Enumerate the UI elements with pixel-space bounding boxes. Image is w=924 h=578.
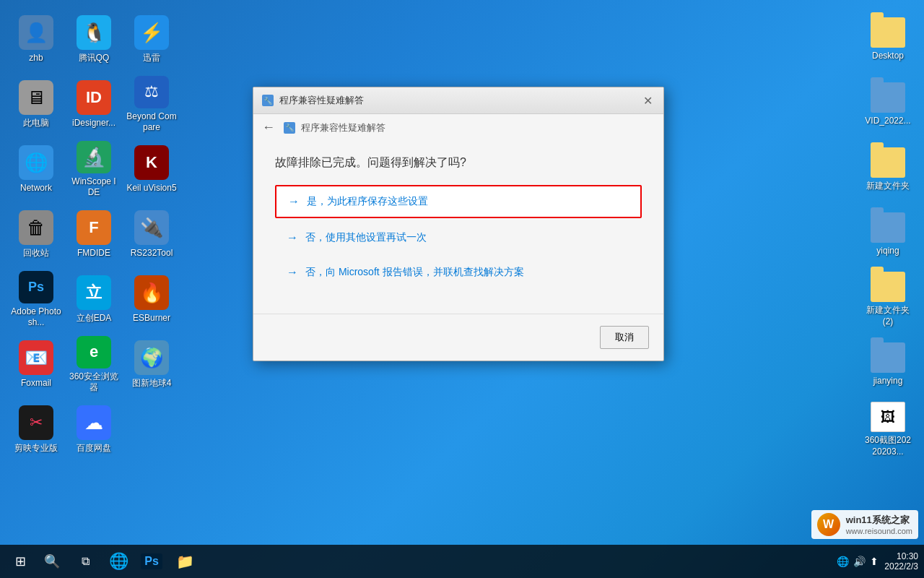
desktop-icon-xunlei[interactable]: ⚡ 迅雷 <box>123 7 180 72</box>
desktop-icon-keil[interactable]: K Keil uVision5 <box>123 137 180 202</box>
ps-taskbar-icon: Ps <box>141 553 162 569</box>
option-no-retry-label: 否，使用其他设置再试一次 <box>305 231 427 244</box>
option-no-retry[interactable]: → 否，使用其他设置再试一次 <box>275 223 642 253</box>
folder-vid-icon <box>871 82 905 113</box>
rs232-icon: 🔌 <box>134 210 169 245</box>
chrome-icon: 🌐 <box>109 552 128 571</box>
rs232-label: RS232Tool <box>131 248 173 259</box>
desktop-folder-label: Desktop <box>872 51 904 62</box>
taskbar-app-chrome[interactable]: 🌐 <box>103 547 134 576</box>
screenshot-label: 360截图20220203... <box>863 435 913 457</box>
taskbar-app-ps[interactable]: Ps <box>136 547 167 576</box>
taskbar-app-taskview[interactable]: ⧉ <box>69 547 101 576</box>
network-label: Network <box>20 183 52 194</box>
idesigner-label: iDesigner... <box>72 118 116 129</box>
jianying-r-label: jianying <box>873 376 903 387</box>
desktop-icon-winscope[interactable]: 🔬 WinScope IDE <box>65 137 123 202</box>
desktop-icon-rs232[interactable]: 🔌 RS232Tool <box>123 202 180 267</box>
dialog-titlebar-left: 🔧 程序兼容性疑难解答 <box>262 94 364 107</box>
360browser-icon: e <box>77 336 111 368</box>
foxmail-label: Foxmail <box>21 378 51 389</box>
desktop-icon-baidupan[interactable]: ☁ 百度网盘 <box>65 397 123 462</box>
desktop-icon-360browser[interactable]: e 360安全浏览器 <box>65 332 123 397</box>
desktop-icon-screenshot[interactable]: 🖼 360截图20220203... <box>859 397 917 462</box>
desktop-icon-idesigner[interactable]: ID iDesigner... <box>65 72 123 137</box>
desktop-icon-desktop-folder[interactable]: Desktop <box>859 7 917 72</box>
desktop-icon-fmdide[interactable]: F FMDIDE <box>65 202 123 267</box>
network-taskbar-icon: 🌐 <box>837 556 849 567</box>
lichuang-label: 立创EDA <box>77 313 112 324</box>
fmdide-icon: F <box>77 210 111 245</box>
desktop-icon-yiqing[interactable]: yiqing <box>859 202 917 267</box>
winscope-label: WinScope IDE <box>69 176 119 199</box>
desktop-icon-jianying-r[interactable]: jianying <box>859 332 917 397</box>
desktop-icon-vid2022[interactable]: VID_2022... <box>859 72 917 137</box>
desktop-icons-left: 👤 zhb 🐧 腾讯QQ ⚡ 迅雷 🖥 此电脑 ID iDesigner... <box>7 7 180 462</box>
dialog-close-button[interactable]: ✕ <box>640 93 655 108</box>
jianying-icon: ✂ <box>19 405 53 440</box>
qq-label: 腾讯QQ <box>79 53 110 64</box>
start-icon: ⊞ <box>15 553 26 569</box>
dialog-nav-title: 程序兼容性疑难解答 <box>301 121 385 134</box>
desktop-icon-zhb[interactable]: 👤 zhb <box>7 7 65 72</box>
dialog-content: 故障排除已完成。问题得到解决了吗? → 是，为此程序保存这些设置 → 否，使用其… <box>253 141 663 306</box>
upload-taskbar-icon: ⬆ <box>870 556 879 567</box>
desktop-icon-thispc[interactable]: 🖥 此电脑 <box>7 72 65 137</box>
thispc-label: 此电脑 <box>23 118 49 129</box>
tugis-icon: 🌍 <box>134 340 169 375</box>
taskbar-sys-icons: 🌐 🔊 ⬆ <box>837 556 879 567</box>
taskbar-left: ⊞ 🔍 ⧉ 🌐 Ps 📁 <box>6 547 201 576</box>
idesigner-icon: ID <box>77 80 111 115</box>
photoshop-label: Adobe Photosh... <box>11 306 61 329</box>
icon-row-6: ✂ 剪映专业版 ☁ 百度网盘 <box>7 397 180 462</box>
desktop-icon-network[interactable]: 🌐 Network <box>7 137 65 202</box>
clock-time: 10:30 <box>884 551 918 561</box>
watermark: W win11系统之家 www.reisound.com <box>811 510 918 539</box>
xunlei-icon: ⚡ <box>134 15 169 50</box>
tugis-label: 图新地球4 <box>132 378 172 389</box>
beyond-compare-icon: ⚖ <box>134 76 169 108</box>
desktop-icon-new-folder-2[interactable]: 新建文件夹(2) <box>859 267 917 332</box>
recycle-label: 回收站 <box>23 248 49 259</box>
dialog-nav: ← 🔧 程序兼容性疑难解答 <box>253 114 663 141</box>
esburner-icon: 🔥 <box>134 275 169 310</box>
lichuang-icon: 立 <box>77 275 111 310</box>
desktop-icon-lichuang[interactable]: 立 立创EDA <box>65 267 123 332</box>
baidupan-icon: ☁ <box>77 405 111 440</box>
desktop-icon-recycle[interactable]: 🗑 回收站 <box>7 202 65 267</box>
watermark-text-block: win11系统之家 www.reisound.com <box>846 514 912 535</box>
clock-date: 2022/2/3 <box>884 561 918 571</box>
taskbar-app-4[interactable]: 📁 <box>169 547 201 576</box>
recycle-icon: 🗑 <box>19 210 53 245</box>
desktop-icon-foxmail[interactable]: 📧 Foxmail <box>7 332 65 397</box>
compatibility-dialog: 🔧 程序兼容性疑难解答 ✕ ← 🔧 程序兼容性疑难解答 故障排除已完成。问题得到… <box>253 87 664 361</box>
desktop-icon-esburner[interactable]: 🔥 ESBurner <box>123 267 180 332</box>
taskbar-apps: ⧉ 🌐 Ps 📁 <box>69 547 201 576</box>
icon-row-1: 🖥 此电脑 ID iDesigner... ⚖ Beyond Compare <box>7 72 180 137</box>
foxmail-icon: 📧 <box>19 340 53 375</box>
desktop-icon-beyond-compare[interactable]: ⚖ Beyond Compare <box>123 72 180 137</box>
desktop-icon-new-folder[interactable]: 新建文件夹 <box>859 137 917 202</box>
cancel-button[interactable]: 取消 <box>600 326 649 349</box>
search-button[interactable]: 🔍 <box>38 547 66 576</box>
keil-label: Keil uVision5 <box>126 183 176 194</box>
search-icon: 🔍 <box>44 553 60 569</box>
start-button[interactable]: ⊞ <box>6 547 35 576</box>
option-yes-save[interactable]: → 是，为此程序保存这些设置 <box>275 185 642 218</box>
network-icon: 🌐 <box>19 145 53 180</box>
winscope-icon: 🔬 <box>77 141 111 173</box>
desktop-icon-tugis[interactable]: 🌍 图新地球4 <box>123 332 180 397</box>
dialog-titlebar: 🔧 程序兼容性疑难解答 ✕ <box>253 87 663 114</box>
desktop-icon-photoshop[interactable]: Ps Adobe Photosh... <box>7 267 65 332</box>
desktop-icon-jianying[interactable]: ✂ 剪映专业版 <box>7 397 65 462</box>
dialog-back-icon[interactable]: ← <box>262 120 275 135</box>
taskview-icon: ⧉ <box>82 555 90 568</box>
desktop-icon-qq[interactable]: 🐧 腾讯QQ <box>65 7 123 72</box>
fmdide-label: FMDIDE <box>77 248 110 259</box>
option-no-report[interactable]: → 否，向 Microsoft 报告错误，并联机查找解决方案 <box>275 257 642 288</box>
folder-new2-icon <box>871 272 905 302</box>
360browser-label: 360安全浏览器 <box>69 371 119 394</box>
taskbar: ⊞ 🔍 ⧉ 🌐 Ps 📁 🌐 <box>0 545 924 578</box>
watermark-title: win11系统之家 <box>846 514 912 527</box>
volume-taskbar-icon: 🔊 <box>853 556 866 567</box>
